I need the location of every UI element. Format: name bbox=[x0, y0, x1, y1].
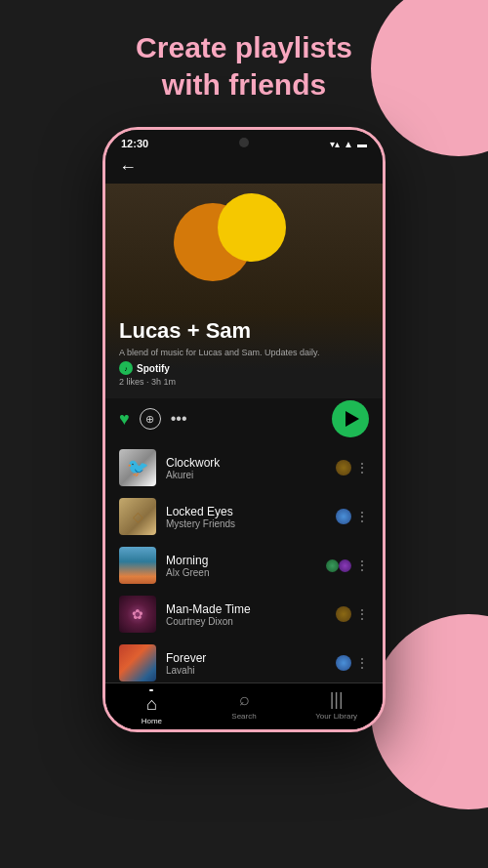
add-user-icon: ⊕ bbox=[145, 413, 154, 426]
library-icon: ||| bbox=[330, 689, 344, 710]
artwork-circle-yellow bbox=[218, 193, 286, 262]
nav-search[interactable]: ⌕ Search bbox=[198, 689, 291, 725]
user-avatar-green bbox=[326, 559, 339, 572]
track-row[interactable]: Forever Lavahi ⋮ bbox=[105, 639, 383, 682]
playlist-title: Lucas + Sam bbox=[119, 318, 369, 344]
nav-search-label: Search bbox=[231, 712, 256, 721]
camera-notch bbox=[239, 138, 249, 147]
track-actions-forever: ⋮ bbox=[336, 655, 369, 671]
nav-library-label: Your Library bbox=[315, 712, 357, 721]
phone-frame: 12:30 ▾▴ ▲ ▬ ← Lucas + Sam A blend of mu… bbox=[102, 127, 386, 732]
playlist-artwork bbox=[105, 184, 383, 310]
phone-screen: 12:30 ▾▴ ▲ ▬ ← Lucas + Sam A blend of mu… bbox=[105, 130, 383, 729]
track-name: Forever bbox=[166, 651, 326, 665]
track-artist: Courtney Dixon bbox=[166, 616, 326, 627]
playlist-duration: 3h 1m bbox=[151, 377, 176, 387]
spotify-logo-icon: ♪ bbox=[124, 365, 128, 372]
track-actions-morning: ⋮ bbox=[326, 558, 369, 573]
track-row[interactable]: ✿ Man-Made Time Courtney Dixon ⋮ bbox=[105, 590, 383, 639]
track-info-forever: Forever Lavahi bbox=[166, 651, 326, 676]
status-icons: ▾▴ ▲ ▬ bbox=[330, 139, 367, 149]
add-user-button[interactable]: ⊕ bbox=[140, 408, 161, 430]
status-bar: 12:30 ▾▴ ▲ ▬ bbox=[105, 130, 383, 153]
spotify-logo: ♪ bbox=[119, 361, 133, 375]
actions-left: ♥ ⊕ ••• bbox=[119, 408, 187, 430]
user-avatar-blue2 bbox=[336, 655, 351, 671]
track-more-button[interactable]: ⋮ bbox=[355, 558, 369, 573]
playlist-meta: 2 likes · 3h 1m bbox=[119, 377, 369, 387]
track-row[interactable]: Morning Alx Green ⋮ bbox=[105, 541, 383, 590]
nav-active-indicator bbox=[149, 689, 153, 691]
back-arrow-icon: ← bbox=[119, 157, 137, 177]
search-icon: ⌕ bbox=[239, 689, 250, 710]
play-icon bbox=[346, 411, 359, 427]
track-list: 🐦 Clockwork Akurei ⋮ ◇ Locked Eyes bbox=[105, 443, 383, 682]
page-title: Create playlists with friends bbox=[0, 29, 488, 103]
track-artwork-locked: ◇ bbox=[119, 498, 156, 535]
home-icon: ⌂ bbox=[146, 694, 157, 715]
nav-library[interactable]: ||| Your Library bbox=[290, 689, 383, 725]
play-button[interactable] bbox=[332, 400, 369, 437]
user-avatar-brown bbox=[336, 460, 351, 475]
playlist-likes: 2 likes bbox=[119, 377, 144, 387]
track-more-button[interactable]: ⋮ bbox=[355, 655, 369, 671]
track-more-button[interactable]: ⋮ bbox=[355, 606, 369, 622]
user-avatar-blue bbox=[336, 509, 351, 524]
track-info-clockwork: Clockwork Akurei bbox=[166, 456, 326, 480]
track-artwork-forever bbox=[119, 644, 156, 682]
track-actions-clockwork: ⋮ bbox=[336, 460, 369, 475]
user-avatar-purple bbox=[339, 559, 351, 572]
provider-row: ♪ Spotify bbox=[119, 361, 369, 375]
track-artwork-morning bbox=[119, 547, 156, 584]
track-name: Morning bbox=[166, 554, 316, 567]
provider-name: Spotify bbox=[137, 363, 170, 374]
playlist-info: Lucas + Sam A blend of music for Lucas a… bbox=[105, 310, 383, 398]
playlist-actions: ♥ ⊕ ••• bbox=[105, 398, 383, 443]
back-button[interactable]: ← bbox=[105, 153, 383, 184]
track-row[interactable]: 🐦 Clockwork Akurei ⋮ bbox=[105, 443, 383, 492]
page-header: Create playlists with friends bbox=[0, 29, 488, 103]
track-artist: Lavahi bbox=[166, 665, 326, 676]
track-info-locked: Locked Eyes Mystery Friends bbox=[166, 505, 326, 529]
bottom-nav: ⌂ Home ⌕ Search ||| Your Library bbox=[105, 682, 383, 729]
battery-icon: ▬ bbox=[357, 139, 367, 149]
track-name: Clockwork bbox=[166, 456, 326, 470]
wifi-icon: ▾▴ bbox=[330, 139, 340, 149]
more-options-button[interactable]: ••• bbox=[171, 410, 187, 428]
track-more-button[interactable]: ⋮ bbox=[355, 509, 369, 524]
nav-home-label: Home bbox=[142, 717, 162, 725]
signal-icon: ▲ bbox=[344, 139, 353, 149]
track-info-morning: Morning Alx Green bbox=[166, 554, 316, 578]
track-artist: Alx Green bbox=[166, 567, 316, 578]
playlist-description: A blend of music for Lucas and Sam. Upda… bbox=[119, 348, 369, 357]
track-info-manmade: Man-Made Time Courtney Dixon bbox=[166, 602, 326, 627]
track-artist: Akurei bbox=[166, 470, 326, 480]
track-artwork-manmade: ✿ bbox=[119, 596, 156, 633]
track-actions-locked: ⋮ bbox=[336, 509, 369, 524]
track-more-button[interactable]: ⋮ bbox=[355, 460, 369, 475]
track-artist: Mystery Friends bbox=[166, 518, 326, 529]
nav-home[interactable]: ⌂ Home bbox=[105, 689, 198, 725]
status-time: 12:30 bbox=[121, 138, 148, 149]
user-avatar-brown2 bbox=[336, 606, 351, 622]
track-row[interactable]: ◇ Locked Eyes Mystery Friends ⋮ bbox=[105, 492, 383, 541]
like-button[interactable]: ♥ bbox=[119, 409, 130, 430]
track-actions-manmade: ⋮ bbox=[336, 606, 369, 622]
track-name: Man-Made Time bbox=[166, 602, 326, 616]
track-name: Locked Eyes bbox=[166, 505, 326, 518]
track-artwork-clockwork: 🐦 bbox=[119, 449, 156, 486]
